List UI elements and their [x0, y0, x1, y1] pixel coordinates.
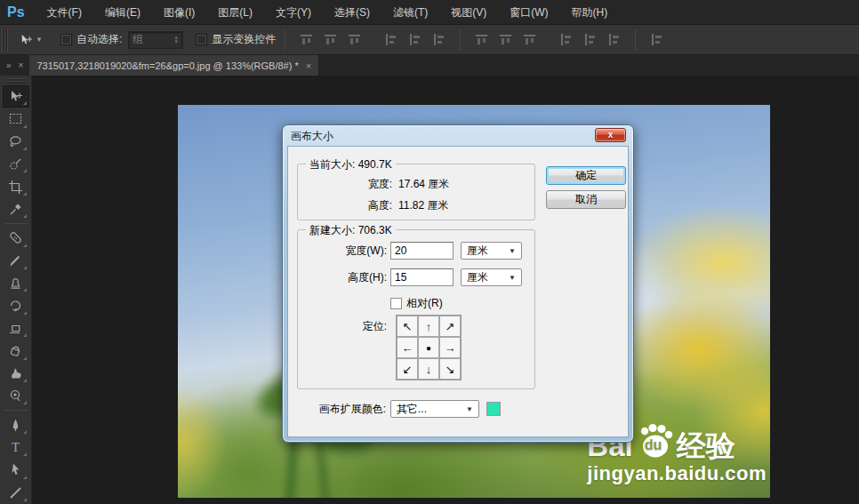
tools-panel: T: [0, 76, 32, 504]
lasso-icon: [8, 134, 23, 149]
new-size-label: 新建大小: 706.3K: [306, 223, 396, 238]
menu-window[interactable]: 窗口(W): [498, 0, 559, 25]
menu-type[interactable]: 文字(Y): [264, 0, 323, 25]
current-height-value: 11.82 厘米: [398, 198, 448, 213]
smudge-icon: [8, 366, 23, 381]
quick-selection-tool[interactable]: [3, 153, 29, 175]
new-height-input[interactable]: [390, 268, 454, 286]
menu-view[interactable]: 视图(V): [439, 0, 498, 25]
new-size-group: 新建大小: 706.3K 宽度(W): 厘米 ▼ 高度(H): 厘米 ▼: [297, 229, 535, 389]
line-icon: [8, 485, 23, 500]
eyedropper-tool[interactable]: [3, 198, 29, 220]
align-horizontal-centers-icon[interactable]: [408, 33, 421, 46]
eraser-icon: [8, 321, 23, 336]
dodge-tool[interactable]: [3, 385, 29, 407]
ok-button[interactable]: 确定: [546, 166, 626, 185]
tab-close-icon[interactable]: ×: [306, 60, 311, 71]
menu-filter[interactable]: 滤镜(T): [381, 0, 439, 25]
distribute-spacing-icon[interactable]: [650, 33, 663, 46]
panel-close-icon[interactable]: ×: [19, 60, 24, 70]
distribute-bottom-edges-icon[interactable]: [523, 33, 536, 46]
baidu-paw-icon: du: [634, 423, 676, 460]
rectangular-marquee-tool[interactable]: [3, 108, 29, 130]
align-bottom-edges-icon[interactable]: [348, 33, 361, 46]
distribute-right-edges-icon[interactable]: [607, 33, 621, 46]
watermark-url: jingyan.baidu.com: [587, 462, 767, 485]
document-tab-title: 7315017,3218019020&fm=26&gp=0.jpg @ 133%…: [36, 60, 298, 71]
menu-edit[interactable]: 编辑(E): [93, 0, 152, 25]
paint-bucket-tool[interactable]: [3, 340, 29, 362]
align-top-edges-icon[interactable]: [300, 33, 313, 46]
align-left-edges-icon[interactable]: [384, 33, 397, 46]
menu-file[interactable]: 文件(F): [36, 0, 93, 25]
current-width-value: 17.64 厘米: [398, 177, 449, 192]
anchor-bottom[interactable]: ↓: [418, 358, 439, 380]
smudge-tool[interactable]: [3, 363, 29, 385]
pen-icon: [8, 418, 23, 433]
anchor-label: 定位:: [298, 319, 387, 334]
type-icon: T: [8, 440, 23, 455]
distribute-left-edges-icon[interactable]: [559, 33, 573, 46]
history-brush-tool[interactable]: [3, 294, 29, 316]
current-size-label: 当前大小: 490.7K: [306, 157, 396, 172]
clone-stamp-tool[interactable]: [3, 272, 29, 294]
auto-select-checkbox[interactable]: [60, 34, 72, 45]
align-right-edges-icon[interactable]: [432, 33, 446, 46]
menu-help[interactable]: 帮助(H): [560, 0, 620, 25]
align-vertical-centers-icon[interactable]: [324, 33, 337, 46]
options-bar-grip[interactable]: [2, 28, 8, 52]
menu-bar: Ps 文件(F) 编辑(E) 图像(I) 图层(L) 文字(Y) 选择(S) 滤…: [0, 0, 859, 25]
chevron-down-icon: ▼: [509, 247, 516, 255]
cancel-button[interactable]: 取消: [546, 190, 626, 209]
auto-select-dropdown[interactable]: 组 ▲▼: [128, 31, 183, 49]
anchor-top-right[interactable]: ↗: [439, 316, 461, 337]
menu-layer[interactable]: 图层(L): [206, 0, 264, 25]
crop-tool[interactable]: [3, 175, 29, 197]
menu-select[interactable]: 选择(S): [323, 0, 381, 25]
line-tool[interactable]: [3, 482, 29, 504]
eraser-tool[interactable]: [3, 317, 29, 340]
canvas-extension-dropdown[interactable]: 其它... ▼: [390, 400, 479, 418]
anchor-bottom-right[interactable]: ↘: [439, 358, 461, 380]
move-tool[interactable]: [3, 85, 29, 108]
new-width-input[interactable]: [390, 242, 454, 260]
path-selection-icon: [8, 462, 23, 477]
anchor-left[interactable]: ←: [397, 337, 418, 358]
height-unit-value: 厘米: [467, 270, 488, 285]
tool-preset-picker[interactable]: ▼: [13, 29, 48, 51]
spot-healing-brush-tool[interactable]: [3, 227, 29, 249]
width-unit-dropdown[interactable]: 厘米 ▼: [461, 242, 522, 260]
lasso-tool[interactable]: [3, 131, 29, 153]
watermark-jingyan: 经验: [677, 431, 735, 460]
dialog-close-button[interactable]: x: [595, 128, 626, 142]
auto-select-label: 自动选择:: [76, 32, 122, 47]
anchor-top[interactable]: ↑: [418, 316, 439, 337]
type-tool[interactable]: T: [3, 436, 29, 459]
new-height-label: 高度(H):: [298, 270, 387, 285]
path-selection-tool[interactable]: [3, 459, 29, 481]
anchor-top-left[interactable]: ↖: [397, 316, 418, 337]
new-width-label: 宽度(W):: [298, 244, 387, 259]
panel-collapse-icon[interactable]: »: [6, 60, 12, 70]
anchor-center[interactable]: ●: [418, 337, 439, 358]
canvas-extension-color-swatch[interactable]: [486, 402, 501, 416]
separator: [4, 410, 28, 411]
anchor-bottom-left[interactable]: ↙: [397, 358, 418, 380]
pen-tool[interactable]: [3, 413, 29, 436]
canvas-extension-row: 画布扩展颜色: 其它... ▼: [288, 399, 628, 419]
height-unit-dropdown[interactable]: 厘米 ▼: [461, 268, 522, 286]
move-tool-icon: [19, 33, 33, 47]
menu-image[interactable]: 图像(I): [152, 0, 206, 25]
show-transform-checkbox[interactable]: [196, 34, 207, 45]
distribute-horizontal-centers-icon[interactable]: [583, 33, 597, 46]
quick-selection-icon: [8, 156, 23, 172]
anchor-right[interactable]: →: [439, 337, 461, 358]
tools-panel-grip[interactable]: [7, 78, 25, 84]
distribute-top-edges-icon[interactable]: [475, 33, 488, 46]
canvas-size-dialog: 画布大小 x 当前大小: 490.7K 宽度: 17.64 厘米 高度: 11.…: [282, 124, 634, 443]
document-tab[interactable]: 7315017,3218019020&fm=26&gp=0.jpg @ 133%…: [29, 55, 319, 76]
relative-checkbox[interactable]: [390, 298, 402, 309]
clone-stamp-icon: [8, 276, 23, 291]
distribute-vertical-centers-icon[interactable]: [499, 33, 512, 46]
brush-tool[interactable]: [3, 250, 29, 272]
